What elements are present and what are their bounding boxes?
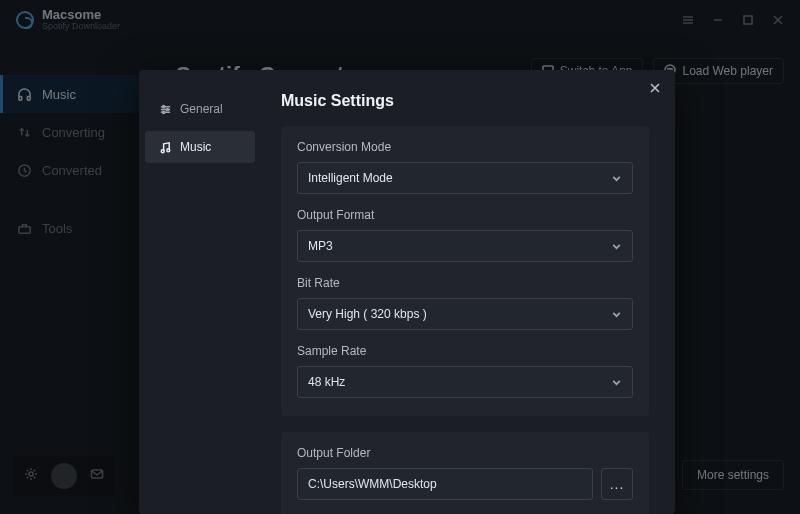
- settings-tab-music-label: Music: [180, 140, 211, 154]
- output-folder-browse-button[interactable]: ...: [601, 468, 633, 500]
- sample-rate-label: Sample Rate: [297, 344, 633, 358]
- svg-point-13: [167, 148, 170, 151]
- output-format-label: Output Format: [297, 208, 633, 222]
- ellipsis-icon: ...: [610, 476, 625, 492]
- chevron-down-icon: [611, 309, 622, 320]
- chevron-down-icon: [611, 173, 622, 184]
- settings-modal: General Music Music Settings Conversion …: [139, 70, 675, 514]
- settings-modal-title: Music Settings: [281, 92, 655, 110]
- bit-rate-dropdown[interactable]: Very High ( 320 kbps ): [297, 298, 633, 330]
- modal-close-button[interactable]: [645, 78, 665, 98]
- output-folder-field[interactable]: C:\Users\WMM\Desktop: [297, 468, 593, 500]
- bit-rate-value: Very High ( 320 kbps ): [308, 307, 427, 321]
- sample-rate-dropdown[interactable]: 48 kHz: [297, 366, 633, 398]
- sample-rate-value: 48 kHz: [308, 375, 345, 389]
- svg-point-9: [163, 105, 165, 107]
- chevron-down-icon: [611, 241, 622, 252]
- output-folder-label: Output Folder: [297, 446, 633, 460]
- svg-point-10: [166, 108, 168, 110]
- settings-tab-general-label: General: [180, 102, 223, 116]
- output-folder-value: C:\Users\WMM\Desktop: [308, 477, 437, 491]
- svg-point-12: [161, 149, 164, 152]
- settings-tab-general[interactable]: General: [145, 93, 255, 125]
- settings-tab-music[interactable]: Music: [145, 131, 255, 163]
- output-format-dropdown[interactable]: MP3: [297, 230, 633, 262]
- settings-card-output: Output Folder C:\Users\WMM\Desktop ...: [281, 432, 649, 514]
- music-note-icon: [159, 141, 172, 154]
- settings-sidebar: General Music: [139, 70, 261, 514]
- bit-rate-label: Bit Rate: [297, 276, 633, 290]
- close-icon: [649, 82, 661, 94]
- chevron-down-icon: [611, 377, 622, 388]
- sliders-icon: [159, 103, 172, 116]
- output-format-value: MP3: [308, 239, 333, 253]
- conversion-mode-label: Conversion Mode: [297, 140, 633, 154]
- settings-card-conversion: Conversion Mode Intelligent Mode Output …: [281, 126, 649, 416]
- conversion-mode-dropdown[interactable]: Intelligent Mode: [297, 162, 633, 194]
- conversion-mode-value: Intelligent Mode: [308, 171, 393, 185]
- svg-point-11: [163, 111, 165, 113]
- settings-scroll-area[interactable]: Conversion Mode Intelligent Mode Output …: [281, 126, 655, 514]
